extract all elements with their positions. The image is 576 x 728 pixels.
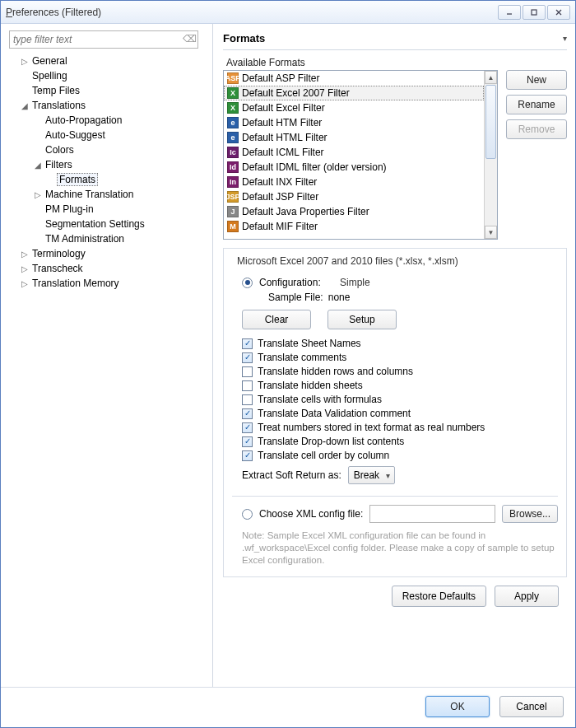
format-list-item[interactable]: JSPDefault JSP Filter (224, 189, 484, 204)
format-item-label: Default JSP Filter (242, 191, 318, 203)
option-checkbox[interactable] (242, 422, 253, 433)
apply-button[interactable]: Apply (495, 586, 559, 607)
configuration-radio[interactable] (242, 278, 253, 288)
tree-twisty-icon[interactable]: ▷ (19, 57, 30, 66)
left-pane: ⌫ ▷General▷Spelling▷Temp Files◢Translati… (1, 24, 213, 687)
preferences-tree[interactable]: ▷General▷Spelling▷Temp Files◢Translation… (9, 54, 207, 682)
xml-config-path-input[interactable] (369, 505, 495, 523)
new-button[interactable]: New (506, 70, 567, 90)
tree-twisty-icon[interactable]: ◢ (32, 161, 44, 170)
format-item-label: Default HTML Filter (242, 132, 327, 143)
format-details-group: Microsoft Excel 2007 and 2010 files (*.x… (223, 248, 567, 577)
tree-node[interactable]: ▷PM Plug-in (9, 202, 207, 217)
option-checkbox[interactable] (242, 450, 253, 461)
tree-node[interactable]: ◢Filters (9, 157, 207, 172)
option-checkbox[interactable] (242, 380, 253, 391)
format-list-item[interactable]: XDefault Excel Filter (224, 100, 484, 115)
tree-twisty-icon[interactable]: ▷ (19, 264, 30, 273)
tree-node-label: Formats (57, 173, 98, 186)
tree-node[interactable]: ▷Terminology (9, 246, 207, 261)
section-menu-icon[interactable]: ▾ (563, 34, 567, 43)
ok-button[interactable]: OK (425, 696, 490, 717)
svg-rect-1 (532, 10, 537, 15)
titlebar[interactable]: Preferences (Filtered) (1, 1, 575, 24)
tree-twisty-icon[interactable]: ◢ (19, 101, 30, 110)
tree-node-label: Auto-Propagation (44, 114, 123, 126)
option-checkbox-label: Translate hidden rows and columns (258, 366, 413, 377)
maximize-button[interactable] (523, 5, 546, 20)
file-type-icon: In (227, 176, 239, 188)
scroll-up-button[interactable]: ▲ (485, 71, 497, 84)
option-checkbox[interactable] (242, 338, 253, 349)
restore-defaults-button[interactable]: Restore Defaults (392, 586, 486, 607)
browse-button[interactable]: Browse... (502, 505, 558, 523)
option-checkbox-row: Translate cells with formulas (242, 394, 558, 405)
tree-node-label: Filters (44, 159, 74, 170)
tree-twisty-icon[interactable]: ▷ (19, 250, 30, 259)
tree-node[interactable]: ▷Transcheck (9, 261, 207, 276)
option-checkbox-label: Translate Sheet Names (258, 338, 361, 349)
format-item-label: Default ASP Filter (242, 72, 320, 84)
tree-node[interactable]: ▷TM Administration (9, 231, 207, 246)
filter-text-input[interactable] (9, 30, 198, 49)
option-checkbox[interactable] (242, 408, 253, 419)
format-list-item[interactable]: XDefault Excel 2007 Filter (224, 86, 484, 100)
tree-node[interactable]: ▷Translation Memory (9, 276, 207, 291)
tree-node-label: Auto-Suggest (44, 129, 107, 141)
formats-listbox[interactable]: ASPDefault ASP FilterXDefault Excel 2007… (223, 70, 498, 240)
config-note: Note: Sample Excel XML configuration fil… (242, 530, 558, 567)
option-checkbox[interactable] (242, 366, 253, 377)
cancel-button[interactable]: Cancel (499, 696, 564, 717)
format-list-item[interactable]: InDefault INX Filter (224, 175, 484, 189)
details-title: Microsoft Excel 2007 and 2010 files (*.x… (234, 255, 462, 267)
tree-node[interactable]: ▷Formats (9, 172, 207, 187)
format-list-item[interactable]: IdDefault IDML filter (older version) (224, 160, 484, 175)
option-checkbox-row: Translate Data Validation comment (242, 408, 558, 419)
format-list-item[interactable]: ASPDefault ASP Filter (224, 71, 484, 86)
tree-node-label: Machine Translation (44, 189, 135, 200)
format-list-item[interactable]: eDefault HTM Filter (224, 115, 484, 130)
tree-node[interactable]: ▷General (9, 54, 207, 68)
file-type-icon: X (227, 102, 239, 114)
option-checkbox-row: Translate cell order by column (242, 450, 558, 461)
format-list-item[interactable]: JDefault Java Properties Filter (224, 204, 484, 219)
format-item-label: Default Excel Filter (242, 102, 325, 114)
tree-node[interactable]: ▷Spelling (9, 68, 207, 83)
format-list-item[interactable]: IcDefault ICML Filter (224, 145, 484, 160)
tree-twisty-icon[interactable]: ▷ (32, 190, 44, 199)
scroll-thumb[interactable] (485, 85, 496, 159)
tree-twisty-icon[interactable]: ▷ (19, 279, 30, 288)
extract-soft-return-select[interactable]: Break (348, 466, 395, 484)
file-type-icon: J (227, 206, 239, 217)
tree-node[interactable]: ▷Auto-Suggest (9, 128, 207, 142)
tree-node[interactable]: ▷Machine Translation (9, 187, 207, 202)
clear-button[interactable]: Clear (242, 310, 311, 329)
format-list-item[interactable]: eDefault HTML Filter (224, 130, 484, 145)
rename-button[interactable]: Rename (506, 95, 567, 114)
format-list-item[interactable]: MDefault MIF Filter (224, 219, 484, 234)
tree-node[interactable]: ◢Translations (9, 98, 207, 113)
scroll-down-button[interactable]: ▼ (485, 226, 497, 239)
tree-node[interactable]: ▷Colors (9, 142, 207, 157)
format-item-label: Default MIF Filter (242, 221, 318, 232)
option-checkbox-label: Translate Drop-down list contents (258, 436, 404, 447)
tree-node-label: Colors (44, 144, 76, 156)
tree-node-label: TM Administration (44, 233, 126, 245)
choose-xml-radio[interactable] (242, 509, 253, 520)
remove-button: Remove (506, 119, 567, 139)
file-type-icon: ASP (227, 72, 239, 84)
preferences-window: Preferences (Filtered) ⌫ ▷General▷Spelli… (0, 0, 576, 728)
option-checkbox[interactable] (242, 436, 253, 447)
setup-button[interactable]: Setup (327, 310, 397, 329)
tree-node[interactable]: ▷Segmentation Settings (9, 217, 207, 231)
option-checkbox[interactable] (242, 352, 253, 363)
scrollbar-vertical[interactable]: ▲ ▼ (484, 71, 497, 239)
clear-filter-icon[interactable]: ⌫ (183, 33, 196, 46)
format-item-label: Default Excel 2007 Filter (242, 87, 350, 99)
minimize-button[interactable] (498, 5, 521, 20)
option-checkbox[interactable] (242, 394, 253, 405)
close-button[interactable] (547, 5, 570, 20)
tree-node[interactable]: ▷Auto-Propagation (9, 113, 207, 128)
tree-node[interactable]: ▷Temp Files (9, 83, 207, 98)
available-formats-label: Available Formats (223, 55, 567, 70)
